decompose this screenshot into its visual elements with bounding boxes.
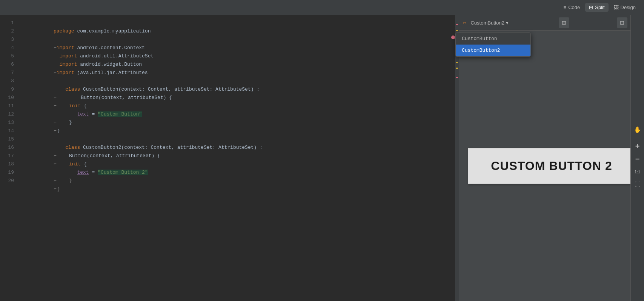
code-view-button[interactable]: ≡ Code [560, 3, 584, 12]
error-scroll-mark [456, 24, 458, 25]
line-4: 4 [0, 44, 18, 52]
hand-icon: ✋ [634, 126, 641, 133]
grid-icon-1: ⊞ [562, 20, 566, 26]
ratio-button[interactable]: 1:1 [632, 166, 643, 178]
code-line-11: text = "Custom Button" [24, 102, 459, 110]
component-selector-bar: ✂ CustomButton2 ▾ ⊞ ⊟ ℹ [459, 15, 644, 31]
line-14: 14 [0, 127, 18, 135]
line-2: 2 [0, 27, 18, 36]
line-6: 6 [0, 60, 18, 69]
split-label: Split [595, 5, 604, 10]
warn-scroll-mark-3 [456, 62, 458, 63]
code-line-14 [24, 127, 459, 135]
line-3: 3 [0, 36, 18, 44]
line-10: 10 [0, 94, 18, 102]
split-view-button[interactable]: ⊟ Split [585, 3, 608, 12]
line-11: 11 [0, 102, 18, 110]
grid-icon-2: ⊟ [620, 20, 624, 26]
code-line-15: class CustomButton2(context: Context, at… [24, 135, 459, 144]
component-icon: ✂ [463, 20, 466, 26]
code-label: Code [568, 5, 580, 10]
ratio-label: 1:1 [635, 170, 640, 174]
frame-icon: ⛶ [635, 181, 641, 188]
line-1: 1 [0, 19, 18, 27]
line-16: 16 [0, 144, 18, 152]
code-icon: ≡ [564, 5, 567, 10]
code-line-13: ⌐} [24, 119, 459, 127]
top-toolbar: ≡ Code ⊟ Split 🖼 Design [0, 0, 644, 15]
scrollbar-panel[interactable] [455, 15, 459, 301]
line-numbers: 1 2 3 4 5 6 7 8 9 10 11 12 13 14 15 16 1… [0, 15, 18, 301]
split-icon: ⊟ [589, 5, 593, 10]
preview-button-text: CUSTOM BUTTON 2 [491, 159, 612, 173]
zoom-out-icon: − [635, 155, 640, 164]
line-19: 19 [0, 168, 18, 177]
line-13: 13 [0, 119, 18, 127]
side-tools: ✋ + − 1:1 ⛶ [630, 15, 644, 301]
preview-button: CUSTOM BUTTON 2 [468, 148, 635, 184]
preview-area: CUSTOM BUTTON 2 [459, 31, 644, 301]
code-content[interactable]: package com.example.myapplication ⌐impor… [18, 15, 459, 301]
code-line-8: class CustomButton(context: Context, att… [24, 77, 459, 85]
main-content: 1 2 3 4 5 6 7 8 9 10 11 12 13 14 15 16 1… [0, 15, 644, 301]
zoom-in-button[interactable]: + [632, 140, 643, 152]
line-8: 8 [0, 77, 18, 85]
warn-scroll-mark-1 [456, 30, 458, 31]
hand-tool-button[interactable]: ✋ [632, 124, 643, 135]
line-20: 20 [0, 177, 18, 185]
line-12: 12 [0, 110, 18, 119]
dropdown-item-custombtn[interactable]: CustomButton [456, 33, 530, 45]
line-15: 15 [0, 135, 18, 144]
zoom-in-icon: + [635, 142, 640, 151]
component-name-label: CustomButton2 [470, 20, 504, 26]
line-7: 7 [0, 69, 18, 77]
code-line-18: text = "Custom Button 2" [24, 160, 459, 168]
warn-scroll-mark-4 [456, 68, 458, 69]
dropdown-item-custombtn2[interactable]: CustomButton2 [456, 45, 530, 56]
zoom-out-button[interactable]: − [632, 153, 643, 165]
line-17: 17 [0, 152, 18, 160]
component-dropdown-button[interactable]: CustomButton2 ▾ [468, 19, 511, 26]
code-line-20: ⌐} [24, 177, 459, 185]
design-panel: ✂ CustomButton2 ▾ ⊞ ⊟ ℹ CustomButton Cus… [459, 15, 644, 301]
grid-button-2[interactable]: ⊟ [617, 17, 627, 28]
code-editor[interactable]: 1 2 3 4 5 6 7 8 9 10 11 12 13 14 15 16 1… [0, 15, 459, 301]
code-line-1: package com.example.myapplication [24, 19, 459, 27]
line-18: 18 [0, 160, 18, 168]
component-dropdown: CustomButton CustomButton2 [455, 32, 531, 57]
line-9: 9 [0, 85, 18, 94]
code-panel: 1 2 3 4 5 6 7 8 9 10 11 12 13 14 15 16 1… [0, 15, 459, 301]
code-line-3: ⌐import android.content.Context [24, 36, 459, 44]
error-scroll-mark-3 [456, 77, 458, 78]
design-view-button[interactable]: 🖼 Design [610, 3, 639, 12]
line-5: 5 [0, 52, 18, 60]
design-icon: 🖼 [614, 5, 619, 10]
dropdown-arrow-icon: ▾ [506, 20, 509, 26]
grid-button-1[interactable]: ⊞ [559, 17, 569, 28]
frame-button[interactable]: ⛶ [632, 179, 643, 190]
design-label: Design [621, 5, 636, 10]
